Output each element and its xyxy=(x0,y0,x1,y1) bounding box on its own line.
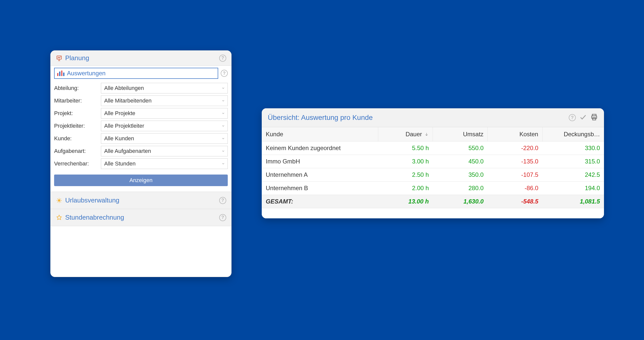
cell-kosten: -135.0 xyxy=(488,155,543,168)
filter-select-kunde[interactable]: Alle Kunden xyxy=(101,133,228,144)
filter-value-aufgabenart: Alle Aufgabenarten xyxy=(104,148,151,154)
billing-title: Stundenabrechnung xyxy=(65,214,219,221)
filter-select-abteilung[interactable]: Alle Abteilungen xyxy=(101,83,228,93)
sidebar-section-vacation[interactable]: Urlaubsverwaltung ? xyxy=(51,192,231,209)
filter-label-projektleiter: Projektleiter: xyxy=(54,123,99,129)
report-table: Kunde Dauer Umsatz Kosten Deckungsb… Kei… xyxy=(262,127,604,208)
filter-select-aufgabenart[interactable]: Alle Aufgabenarten xyxy=(101,146,228,156)
cell-kunde: Keinem Kunden zugeordnet xyxy=(262,142,378,155)
vacation-title: Urlaubsverwaltung xyxy=(65,196,219,204)
total-label: GESAMT: xyxy=(262,195,378,208)
col-umsatz[interactable]: Umsatz xyxy=(433,127,488,142)
cell-deckung: 315.0 xyxy=(542,155,604,168)
cell-kunde: Unternehmen A xyxy=(262,168,378,182)
sort-desc-icon xyxy=(425,131,429,138)
total-umsatz: 1,630.0 xyxy=(433,195,488,208)
cell-deckung: 194.0 xyxy=(542,182,604,195)
badge-icon xyxy=(56,214,63,221)
table-row[interactable]: Unternehmen B 2.00 h 280.0 -86.0 194.0 xyxy=(262,182,604,195)
filter-select-projektleiter[interactable]: Alle Projektleiter xyxy=(101,121,228,131)
cell-kosten: -220.0 xyxy=(488,142,543,155)
report-header: Übersicht: Auswertung pro Kunde ? xyxy=(262,108,604,127)
evaluations-title: Auswertungen xyxy=(67,70,105,77)
cell-dauer: 3.00 h xyxy=(378,155,433,168)
help-icon[interactable]: ? xyxy=(219,55,226,62)
cell-kunde: Unternehmen B xyxy=(262,182,378,195)
help-icon[interactable]: ? xyxy=(219,197,226,204)
filter-select-verrechenbar[interactable]: Alle Stunden xyxy=(101,158,228,169)
chevron-down-icon xyxy=(221,99,225,103)
bar-chart-icon xyxy=(57,71,64,76)
table-row[interactable]: Unternehmen A 2.50 h 350.0 -107.5 242.5 xyxy=(262,168,604,182)
cell-dauer: 5.50 h xyxy=(378,142,433,155)
chevron-down-icon xyxy=(221,149,225,153)
cell-dauer: 2.00 h xyxy=(378,182,433,195)
panel-spacer xyxy=(262,208,604,218)
table-row[interactable]: Keinem Kunden zugeordnet 5.50 h 550.0 -2… xyxy=(262,142,604,155)
cell-umsatz: 450.0 xyxy=(433,155,488,168)
print-icon[interactable] xyxy=(590,113,598,122)
anzeigen-button[interactable]: Anzeigen xyxy=(54,175,228,186)
planning-title: Planung xyxy=(65,54,219,62)
svg-line-8 xyxy=(57,198,58,199)
filter-value-projektleiter: Alle Projektleiter xyxy=(104,123,144,129)
sidebar-section-evaluations: Auswertungen ? Abteilung: Alle Abteilung… xyxy=(51,66,231,192)
table-row[interactable]: Immo GmbH 3.00 h 450.0 -135.0 315.0 xyxy=(262,155,604,168)
svg-marker-12 xyxy=(57,215,61,220)
chevron-down-icon xyxy=(221,137,225,140)
col-dauer[interactable]: Dauer xyxy=(378,127,433,142)
table-total-row: GESAMT: 13.00 h 1,630.0 -548.5 1,081.5 xyxy=(262,195,604,208)
svg-line-10 xyxy=(57,202,58,202)
filter-label-verrechenbar: Verrechenbar: xyxy=(54,160,99,167)
filter-value-projekt: Alle Projekte xyxy=(104,110,135,117)
cell-kosten: -107.5 xyxy=(488,168,543,182)
sidebar-section-billing[interactable]: Stundenabrechnung ? xyxy=(51,209,231,226)
sidebar-panel: Planung ? Auswertungen ? Abteilung: Alle… xyxy=(50,50,232,277)
total-kosten: -548.5 xyxy=(488,195,543,208)
total-deckung: 1,081.5 xyxy=(542,195,604,208)
help-icon[interactable]: ? xyxy=(569,114,576,121)
panel-spacer xyxy=(51,226,231,236)
col-kosten[interactable]: Kosten xyxy=(488,127,543,142)
cell-dauer: 2.50 h xyxy=(378,168,433,182)
total-dauer: 13.00 h xyxy=(378,195,433,208)
filter-select-projekt[interactable]: Alle Projekte xyxy=(101,108,228,119)
filter-label-aufgabenart: Aufgabenart: xyxy=(54,148,99,154)
chevron-down-icon xyxy=(221,86,225,90)
help-icon[interactable]: ? xyxy=(221,70,228,77)
filter-label-kunde: Kunde: xyxy=(54,135,99,142)
chart-presentation-icon xyxy=(56,55,63,62)
chevron-down-icon xyxy=(221,112,225,115)
cell-kunde: Immo GmbH xyxy=(262,155,378,168)
filter-value-verrechenbar: Alle Stunden xyxy=(104,160,136,167)
cell-deckung: 242.5 xyxy=(542,168,604,182)
filter-select-mitarbeiter[interactable]: Alle Mitarbeitenden xyxy=(101,95,228,106)
filter-label-mitarbeiter: Mitarbeiter: xyxy=(54,97,99,104)
filter-label-abteilung: Abteilung: xyxy=(54,85,99,91)
cell-deckung: 330.0 xyxy=(542,142,604,155)
svg-point-3 xyxy=(58,199,60,201)
svg-line-11 xyxy=(60,198,61,199)
sun-icon xyxy=(56,197,63,204)
col-deckung[interactable]: Deckungsb… xyxy=(542,127,604,142)
filter-value-abteilung: Alle Abteilungen xyxy=(104,85,144,91)
cell-umsatz: 350.0 xyxy=(433,168,488,182)
cell-kosten: -86.0 xyxy=(488,182,543,195)
cell-umsatz: 550.0 xyxy=(433,142,488,155)
svg-line-9 xyxy=(60,202,61,202)
evaluations-tab[interactable]: Auswertungen xyxy=(54,68,218,79)
chevron-down-icon xyxy=(221,124,225,128)
help-icon[interactable]: ? xyxy=(219,214,226,221)
filter-value-kunde: Alle Kunden xyxy=(104,135,134,142)
filter-label-projekt: Projekt: xyxy=(54,110,99,117)
chevron-down-icon xyxy=(221,162,225,165)
report-panel: Übersicht: Auswertung pro Kunde ? Kunde … xyxy=(262,108,604,218)
cell-umsatz: 280.0 xyxy=(433,182,488,195)
sidebar-section-planning[interactable]: Planung ? xyxy=(51,51,231,66)
report-title: Übersicht: Auswertung pro Kunde xyxy=(268,114,569,122)
col-kunde[interactable]: Kunde xyxy=(262,127,378,142)
check-icon[interactable] xyxy=(579,113,587,122)
filter-value-mitarbeiter: Alle Mitarbeitenden xyxy=(104,97,151,104)
